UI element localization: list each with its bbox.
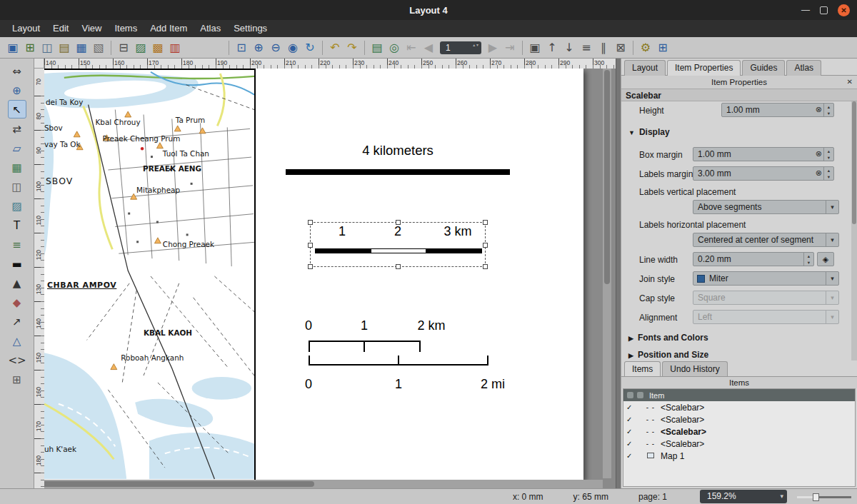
data-defined-override-button[interactable]: ◈ — [817, 252, 834, 266]
add-scalebar-tool[interactable]: ▬ — [8, 254, 26, 273]
tab-item-properties[interactable]: Item Properties — [667, 60, 741, 76]
atlas-preview-icon[interactable]: ◎ — [386, 39, 403, 56]
zoom-slider[interactable] — [797, 490, 851, 503]
visibility-checkbox[interactable]: ✓ — [626, 428, 635, 435]
duplicate-layout-icon[interactable]: ◫ — [39, 39, 56, 56]
atlas-settings-icon[interactable]: ▤ — [369, 39, 386, 56]
labels-horizontal-placement-dropdown[interactable]: Centered at center of segment ▾ — [693, 233, 839, 247]
minimize-button[interactable]: — — [801, 0, 810, 20]
add-legend-tool[interactable]: ≡ — [8, 235, 26, 253]
menu-add-item[interactable]: Add Item — [144, 20, 194, 37]
spinner-arrows[interactable]: ▴▾ — [823, 167, 833, 180]
canvas-vertical-scrollbar[interactable] — [603, 69, 611, 478]
selection-handle[interactable] — [308, 220, 313, 225]
properties-scrollbar[interactable] — [851, 101, 857, 361]
scalebar-numeric-title[interactable]: 4 kilometers — [286, 143, 510, 158]
scalebar-km-ticks[interactable] — [309, 341, 421, 351]
add-node-item-tool[interactable]: △ — [8, 331, 26, 350]
vertical-ruler[interactable]: 708090100110120130140150160170180 — [34, 69, 44, 488]
print-icon[interactable]: ⊟ — [115, 39, 132, 56]
layout-page[interactable]: dei Ta KoyKbal ChrouyTa PrumSbovPreaek C… — [44, 69, 583, 480]
items-row-scalebar[interactable]: ✓- -<Scalebar> — [623, 425, 855, 438]
map-item[interactable]: dei Ta KoyKbal ChrouyTa PrumSbovPreaek C… — [44, 69, 256, 480]
add-north-arrow-tool[interactable]: ▲ — [8, 273, 26, 292]
visibility-checkbox[interactable]: ✓ — [626, 452, 635, 460]
items-row-scalebar[interactable]: ✓- -<Scalebar> — [623, 401, 855, 413]
add-arrow-tool[interactable]: ↗ — [8, 312, 26, 331]
close-button[interactable]: ✕ — [838, 4, 850, 16]
canvas-horizontal-scrollbar[interactable] — [34, 480, 603, 488]
selection-handle[interactable] — [308, 243, 313, 248]
scalebar-numeric-bar[interactable] — [286, 169, 510, 175]
lock-items-icon[interactable]: ⊠ — [612, 39, 629, 56]
add-table-tool[interactable]: ⊞ — [8, 370, 26, 388]
select-move-item-tool[interactable]: ↖ — [8, 100, 26, 119]
items-row-map[interactable]: ✓Map 1 — [623, 450, 855, 462]
height-spinbox[interactable]: 1.00 mm ⊗ ▴▾ — [721, 103, 834, 117]
selection-handle[interactable] — [308, 264, 313, 269]
menu-edit[interactable]: Edit — [46, 20, 75, 37]
atlas-last-icon[interactable]: ⇥ — [501, 39, 518, 56]
scalebar-mi-ticks[interactable] — [309, 356, 488, 366]
items-row-scalebar[interactable]: ✓- -<Scalebar> — [623, 438, 855, 450]
tab-undo-history[interactable]: Undo History — [662, 361, 727, 376]
labels-margin-spinbox[interactable]: 3.00 mm ⊗ ▴▾ — [693, 166, 834, 181]
selection-handle[interactable] — [483, 243, 488, 248]
move-item-content-tool[interactable]: ⇄ — [8, 119, 26, 138]
export-image-icon[interactable]: ▨ — [132, 39, 149, 56]
add-map-tool[interactable]: ▦ — [8, 158, 26, 176]
maximize-button[interactable] — [820, 6, 828, 14]
selection-handle[interactable] — [396, 220, 401, 225]
clear-value-icon[interactable]: ⊗ — [816, 167, 822, 180]
panel-splitter[interactable] — [616, 59, 621, 488]
fonts-colors-group-header[interactable]: ▶Fonts and Colors — [628, 333, 708, 343]
panel-options-icon[interactable]: ⊞ — [654, 39, 671, 56]
tab-layout[interactable]: Layout — [624, 60, 666, 76]
atlas-next-icon[interactable]: ▶ — [484, 39, 501, 56]
horizontal-ruler[interactable]: 1401501601701801902002102202302402502602… — [44, 59, 616, 69]
zoom-tool[interactable]: ⊕ — [8, 81, 26, 99]
zoom-combo[interactable]: 159.2% ▾ — [700, 490, 787, 503]
save-as-template-icon[interactable]: ▦ — [73, 39, 90, 56]
spinner-arrows[interactable]: ▴▾ — [803, 253, 813, 266]
zoom-out-icon[interactable]: ⊖ — [267, 39, 284, 56]
tab-items[interactable]: Items — [624, 361, 661, 376]
layout-canvas[interactable]: 1401501601701801902002102202302402502602… — [34, 59, 616, 488]
selection-handle[interactable] — [396, 264, 401, 269]
box-margin-spinbox[interactable]: 1.00 mm ⊗ ▴▾ — [693, 147, 834, 161]
add-shape-tool[interactable]: ◆ — [8, 293, 26, 311]
menu-settings[interactable]: Settings — [227, 20, 274, 37]
atlas-page-field[interactable]: 1▴ ▾ — [440, 41, 481, 54]
group-items-icon[interactable]: ▣ — [526, 39, 543, 56]
zoom-slider-thumb[interactable] — [813, 493, 819, 501]
selection-handle[interactable] — [483, 264, 488, 269]
align-items-icon[interactable]: ≡ — [578, 39, 595, 56]
add-3d-map-tool[interactable]: ◫ — [8, 177, 26, 196]
new-layout-icon[interactable]: ⊞ — [21, 39, 39, 56]
spinner-arrows[interactable]: ▴▾ — [823, 148, 833, 161]
atlas-prev-icon[interactable]: ◀ — [420, 39, 437, 56]
position-size-group-header[interactable]: ▶Position and Size — [628, 350, 708, 360]
zoom-actual-ic on[interactable]: ◉ — [284, 39, 301, 56]
items-row-scalebar[interactable]: ✓- -<Scalebar> — [623, 413, 855, 425]
edit-nodes-tool[interactable]: ▱ — [8, 138, 26, 157]
refresh-view-icon[interactable]: ↻ — [301, 39, 319, 56]
undo-icon[interactable]: ↶ — [326, 39, 344, 56]
visibility-checkbox[interactable]: ✓ — [626, 415, 635, 423]
menu-layout[interactable]: Layout — [6, 20, 46, 37]
panel-close-icon[interactable]: ✕ — [847, 76, 853, 89]
atlas-first-icon[interactable]: ⇤ — [403, 39, 420, 56]
layout-manager-icon[interactable]: ▤ — [56, 39, 73, 56]
spinner-arrows[interactable]: ▴▾ — [823, 104, 833, 116]
selection-handle[interactable] — [483, 220, 488, 225]
save-project-icon[interactable]: ▣ — [4, 39, 21, 56]
add-picture-tool[interactable]: ▨ — [8, 196, 26, 215]
zoom-in-icon[interactable]: ⊕ — [250, 39, 267, 56]
raise-items-icon[interactable]: ↑ — [543, 39, 561, 56]
add-html-tool[interactable]: <> — [8, 351, 26, 369]
display-group-header[interactable]: ▼Display — [628, 127, 670, 137]
lower-items-icon[interactable]: ↓ — [561, 39, 578, 56]
menu-items[interactable]: Items — [108, 20, 144, 37]
pan-tool[interactable]: ⇔ — [8, 61, 26, 80]
clear-value-icon[interactable]: ⊗ — [816, 148, 822, 161]
